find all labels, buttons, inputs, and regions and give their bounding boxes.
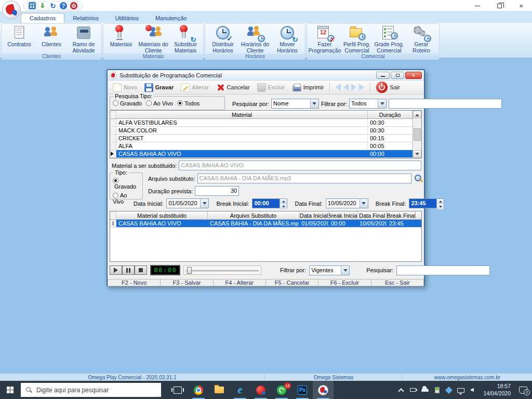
tab-cadastros[interactable]: Cadastros	[21, 13, 64, 23]
download-icon[interactable]: ⇩	[39, 2, 46, 9]
tab-manutencao[interactable]: Manutenção	[147, 14, 195, 23]
onedrive-cloud-icon[interactable]	[421, 387, 429, 394]
material-substituido-field[interactable]: CASAS BAHIA AO VIVO	[179, 161, 421, 170]
notification-center-button[interactable]: 2	[517, 387, 529, 394]
horarios-do-cliente-button[interactable]: Horários do Cliente	[239, 24, 271, 54]
taskbar-search[interactable]: Digite aqui para pesquisar	[21, 383, 161, 397]
gerar-roteiro-button[interactable]: Gerar Roteiro	[405, 24, 437, 54]
first-record-icon[interactable]	[336, 84, 341, 91]
help-icon[interactable]: ?	[60, 2, 67, 9]
stop-icon[interactable]	[135, 265, 147, 275]
perfil-prog-comercial-button[interactable]: Perfil Prog. Comercial	[341, 24, 373, 54]
radio-todos[interactable]	[177, 100, 183, 106]
dropbox-icon[interactable]	[445, 387, 453, 394]
spin-up-icon[interactable]	[437, 199, 444, 204]
next-record-icon[interactable]	[351, 84, 356, 91]
novo-button[interactable]: Novo	[110, 82, 140, 93]
last-record-icon[interactable]	[359, 84, 364, 91]
cancelar-button[interactable]: Cancelar	[213, 82, 253, 93]
ramo-de-atividade-button[interactable]: Ramo de Atividade	[68, 24, 100, 54]
f5-cancelar-key[interactable]: F5 - Cancelar	[266, 279, 318, 286]
restore-button[interactable]	[488, 0, 510, 11]
file-explorer-button[interactable]	[209, 381, 230, 399]
tray-chevron-icon[interactable]	[397, 387, 405, 394]
column-material[interactable]: Material	[116, 111, 368, 118]
start-button[interactable]	[0, 381, 21, 399]
spin-down-icon[interactable]	[437, 204, 444, 209]
fazer-programacao-button[interactable]: 12✓ Fazer Programação	[309, 24, 341, 54]
chrome-button[interactable]	[188, 381, 209, 399]
search-input[interactable]	[389, 99, 502, 109]
table-row[interactable]: MACK COLOR00:30	[110, 127, 421, 135]
power-icon[interactable]	[70, 2, 77, 9]
task-view-button[interactable]	[167, 381, 188, 399]
scroll-up-icon[interactable]	[413, 111, 421, 118]
table-row-selected[interactable]: I CASAS BAHIA AO VIVO CASAS BAHIA - DIA …	[110, 220, 421, 228]
spin-down-icon[interactable]	[280, 204, 287, 209]
clientes-button[interactable]: Clientes	[35, 24, 68, 54]
table-row[interactable]: ALFA00:05	[110, 142, 421, 150]
arquivo-substituto-field[interactable]: CASAS BAHIA - DIA DA MÃES.mp3	[197, 174, 411, 183]
materiais-button[interactable]: Materiais	[105, 24, 137, 54]
duracao-prevista-field[interactable]: 30	[195, 186, 239, 196]
taskbar-clock[interactable]: 18:57 14/04/2020	[481, 383, 513, 396]
calculator-icon[interactable]	[29, 2, 36, 9]
f6-excluir-key[interactable]: F6 - Excluir	[318, 279, 371, 286]
table-row-selected[interactable]: CASAS BAHIA AO VIVO00:00	[110, 150, 421, 158]
sync-icon[interactable]: ↻	[49, 2, 57, 9]
table-row[interactable]: CRICKET00:15	[110, 135, 421, 142]
internet-explorer-button[interactable]: e	[230, 381, 250, 399]
radio-gravado[interactable]	[113, 100, 118, 106]
column-arquivo-substituto[interactable]: Arquivo Substituto	[208, 211, 299, 219]
dialog-minimize-button[interactable]	[376, 72, 390, 79]
excluir-button[interactable]: Excluir	[254, 82, 288, 93]
slider-thumb[interactable]	[187, 267, 192, 274]
player-search-input[interactable]	[396, 265, 490, 275]
scroll-thumb[interactable]	[414, 128, 421, 141]
table-row[interactable]: ALFA VESTIBULARES00:30	[110, 119, 421, 127]
whatsapp-button[interactable]: 16	[271, 381, 292, 399]
alterar-button[interactable]: Alterar	[178, 82, 211, 93]
column-break-inicial[interactable]: Break Inicial	[329, 211, 357, 219]
vigentes-combo[interactable]: Vigentes	[309, 265, 350, 275]
play-icon[interactable]	[110, 265, 122, 275]
battery-icon[interactable]	[409, 387, 417, 394]
chevron-down-icon[interactable]	[341, 266, 349, 275]
materiais-do-cliente-button[interactable]: Materiais do Cliente	[137, 24, 169, 54]
chevron-down-icon[interactable]	[378, 99, 386, 108]
network-icon[interactable]	[457, 387, 464, 394]
dialog-maximize-button[interactable]	[391, 72, 404, 79]
filtrar-por-combo[interactable]: Todos	[349, 99, 387, 109]
data-final-combo[interactable]: 10/05/2020	[326, 198, 368, 208]
break-final-spinner[interactable]: 23:45	[409, 198, 444, 208]
chevron-down-icon[interactable]	[360, 199, 368, 208]
substituir-materiais-button[interactable]: ↻ Substituir Materiais	[169, 24, 202, 54]
dialog-close-button[interactable]: ×	[405, 72, 422, 79]
photoshop-button[interactable]: Ps	[292, 381, 313, 399]
imprimir-button[interactable]: Imprimir	[289, 83, 327, 91]
close-button[interactable]: ×	[510, 0, 532, 11]
column-material-substituido[interactable]: Material substituido	[116, 211, 208, 219]
prev-record-icon[interactable]	[343, 84, 349, 91]
vertical-scrollbar[interactable]	[413, 111, 421, 158]
column-break-final[interactable]: Break Final	[387, 211, 416, 219]
mover-horarios-button[interactable]: ↻ Mover Horários	[271, 24, 303, 54]
break-inicial-spinner[interactable]: 00:00	[252, 198, 287, 208]
chevron-down-icon[interactable]	[200, 199, 208, 208]
chevron-down-icon[interactable]	[310, 99, 318, 108]
f4-alterar-key[interactable]: F4 - Alterar	[214, 279, 266, 286]
search-file-icon[interactable]	[414, 174, 423, 183]
antivirus-icon[interactable]	[433, 387, 441, 394]
column-data-inicial[interactable]: Data Inicial	[299, 211, 329, 219]
radio-tipo-gravado[interactable]	[113, 178, 118, 183]
data-inicial-combo[interactable]: 01/05/2020	[166, 198, 209, 208]
spin-up-icon[interactable]	[280, 199, 287, 204]
tab-utilitarios[interactable]: Utilitários	[107, 14, 147, 23]
omega-play-button[interactable]	[313, 381, 334, 399]
pause-icon[interactable]	[122, 265, 135, 275]
player-seek-slider[interactable]	[183, 265, 261, 275]
f3-salvar-key[interactable]: F3 - Salvar	[161, 279, 213, 286]
radio-tipo-ao-vivo[interactable]	[113, 193, 118, 198]
esc-sair-key[interactable]: Esc - Sair	[371, 279, 424, 286]
dialog-titlebar[interactable]: Substituição de Programação Comercial ×	[108, 70, 424, 81]
